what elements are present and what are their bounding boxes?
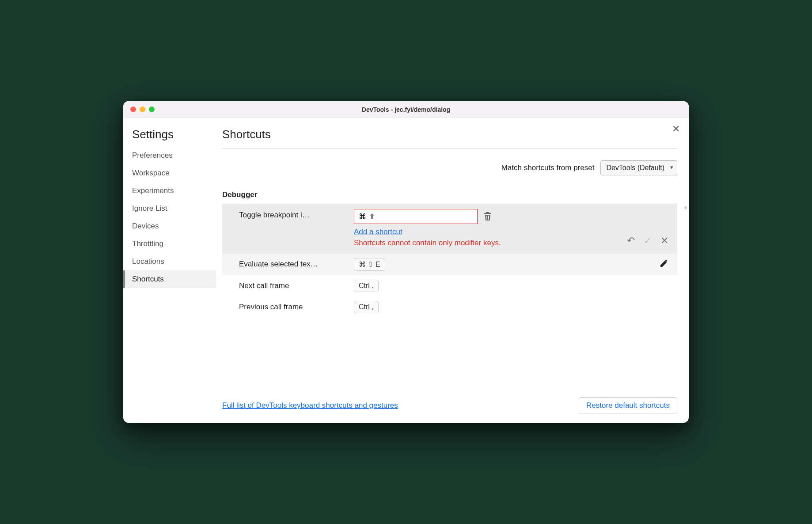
- page-title: Shortcuts: [222, 128, 677, 149]
- add-shortcut-link[interactable]: Add a shortcut: [354, 228, 402, 236]
- key-shift-icon: ⇧: [369, 212, 375, 221]
- trash-icon: [484, 212, 492, 221]
- sidebar-item-shortcuts[interactable]: Shortcuts: [123, 270, 216, 288]
- scroll-indicator: [684, 206, 687, 209]
- traffic-lights: [123, 106, 155, 112]
- settings-sidebar: Settings Preferences Workspace Experimen…: [123, 118, 216, 423]
- preset-label: Match shortcuts from preset: [501, 163, 595, 172]
- key-badge: ⌘ ⇧ E: [354, 258, 385, 271]
- shortcut-label: Next call frame: [239, 280, 354, 290]
- full-shortcuts-link[interactable]: Full list of DevTools keyboard shortcuts…: [222, 401, 398, 410]
- edit-shortcut-button[interactable]: [660, 258, 668, 270]
- preset-value: DevTools (Default): [606, 164, 664, 171]
- main-panel: Shortcuts Match shortcuts from preset De…: [216, 118, 689, 423]
- preset-row: Match shortcuts from preset DevTools (De…: [222, 149, 677, 184]
- undo-icon[interactable]: ↶: [627, 235, 635, 247]
- footer: Full list of DevTools keyboard shortcuts…: [222, 387, 677, 414]
- text-cursor: [378, 212, 378, 221]
- settings-heading: Settings: [123, 128, 216, 147]
- preset-select[interactable]: DevTools (Default): [600, 160, 677, 175]
- sidebar-item-workspace[interactable]: Workspace: [123, 164, 216, 182]
- close-window-button[interactable]: [130, 106, 136, 112]
- section-debugger: Debugger: [222, 184, 677, 204]
- shortcut-label: Toggle breakpoint i…: [239, 209, 354, 220]
- minimize-window-button[interactable]: [140, 106, 145, 112]
- confirm-icon[interactable]: ✓: [644, 235, 652, 247]
- sidebar-item-experiments[interactable]: Experiments: [123, 182, 216, 200]
- delete-shortcut-button[interactable]: [484, 212, 492, 221]
- sidebar-item-preferences[interactable]: Preferences: [123, 147, 216, 164]
- row-actions: ↶ ✓ ✕: [627, 235, 668, 248]
- window-title: DevTools - jec.fyi/demo/dialog: [123, 106, 689, 113]
- shortcut-row-editing: Toggle breakpoint i… ⌘ ⇧ Add a shortcut: [222, 204, 677, 254]
- sidebar-item-devices[interactable]: Devices: [123, 217, 216, 235]
- sidebar-item-throttling[interactable]: Throttling: [123, 235, 216, 253]
- pencil-icon: [660, 259, 668, 268]
- titlebar: DevTools - jec.fyi/demo/dialog: [123, 101, 689, 118]
- key-cmd-icon: ⌘: [359, 212, 366, 221]
- shortcut-label: Evaluate selected tex…: [239, 258, 354, 269]
- devtools-window: DevTools - jec.fyi/demo/dialog ✕ Setting…: [123, 101, 689, 423]
- shortcut-row: Previous call frame Ctrl ,: [222, 296, 677, 318]
- shortcut-input[interactable]: ⌘ ⇧: [354, 209, 478, 224]
- key-badge: Ctrl .: [354, 280, 379, 292]
- shortcut-error: Shortcuts cannot contain only modifier k…: [354, 238, 522, 248]
- shortcut-label: Previous call frame: [239, 301, 354, 311]
- restore-defaults-button[interactable]: Restore default shortcuts: [579, 397, 677, 414]
- content: ✕ Settings Preferences Workspace Experim…: [123, 118, 689, 423]
- sidebar-item-locations[interactable]: Locations: [123, 253, 216, 270]
- cancel-icon[interactable]: ✕: [660, 235, 668, 247]
- maximize-window-button[interactable]: [149, 106, 155, 112]
- shortcut-row: Evaluate selected tex… ⌘ ⇧ E: [222, 254, 677, 275]
- shortcut-editor: ⌘ ⇧ Add a shortcut Shortcuts cannot cont…: [354, 209, 627, 248]
- shortcut-row: Next call frame Ctrl .: [222, 275, 677, 296]
- sidebar-item-ignore-list[interactable]: Ignore List: [123, 200, 216, 217]
- key-badge: Ctrl ,: [354, 301, 379, 313]
